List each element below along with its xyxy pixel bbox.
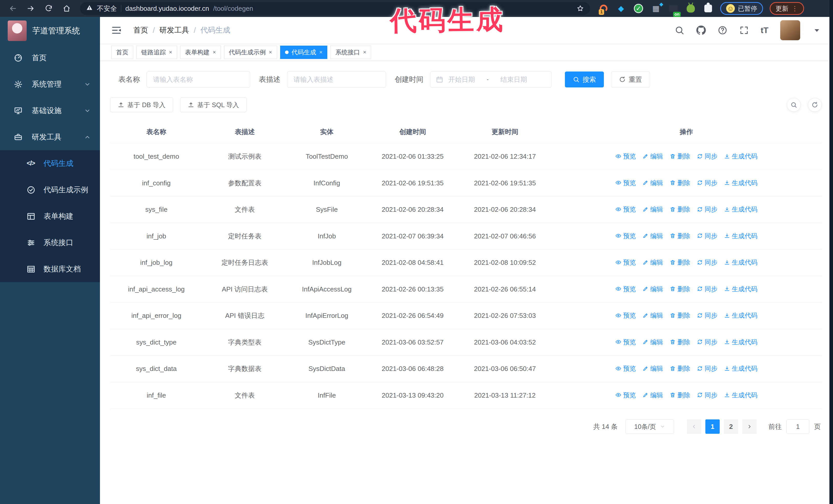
next-page-button[interactable] (742, 419, 757, 434)
sidebar-item-db-doc[interactable]: 数据库文档 (0, 256, 100, 282)
row-action-generate[interactable]: 生成代码 (724, 363, 757, 374)
reload-icon[interactable] (42, 1, 56, 16)
refresh-table-button[interactable] (808, 98, 822, 112)
row-action-sync[interactable]: 同步 (697, 151, 717, 161)
fullscreen-icon[interactable] (739, 25, 749, 35)
row-action-sync[interactable]: 同步 (697, 231, 717, 241)
row-action-preview[interactable]: 预览 (615, 231, 636, 241)
forward-icon[interactable] (24, 1, 38, 16)
row-action-preview[interactable]: 预览 (615, 390, 636, 400)
page-button-1[interactable]: 1 (705, 419, 720, 434)
bookmark-star-icon[interactable] (577, 5, 584, 12)
sidebar-item-form-builder[interactable]: 表单构建 (0, 203, 100, 230)
row-action-preview[interactable]: 预览 (615, 310, 636, 320)
row-action-edit[interactable]: 编辑 (643, 178, 663, 188)
row-action-edit[interactable]: 编辑 (643, 231, 663, 241)
close-tab-icon[interactable]: × (319, 49, 323, 56)
row-action-generate[interactable]: 生成代码 (724, 284, 757, 294)
user-avatar[interactable] (780, 20, 800, 40)
row-action-edit[interactable]: 编辑 (643, 204, 663, 214)
browser-menu-icon[interactable]: ⋮ (791, 5, 798, 13)
row-action-generate[interactable]: 生成代码 (724, 257, 757, 267)
row-action-edit[interactable]: 编辑 (643, 390, 663, 400)
row-action-delete[interactable]: 删除 (670, 178, 690, 188)
row-action-generate[interactable]: 生成代码 (724, 310, 757, 320)
row-action-delete[interactable]: 删除 (670, 337, 690, 347)
row-action-delete[interactable]: 删除 (670, 390, 690, 400)
extension-android-icon[interactable] (685, 3, 696, 14)
sidebar-item-home[interactable]: 首页 (0, 45, 100, 71)
row-action-edit[interactable]: 编辑 (643, 310, 663, 320)
search-icon[interactable] (674, 25, 684, 35)
row-action-sync[interactable]: 同步 (697, 178, 717, 188)
page-scrollbar[interactable] (829, 0, 833, 504)
prev-page-button[interactable] (687, 419, 701, 434)
breadcrumb-item[interactable]: 首页 (133, 25, 148, 35)
row-action-preview[interactable]: 预览 (615, 337, 636, 347)
extension-grid-icon[interactable]: ▦◆ (650, 3, 661, 14)
reset-button[interactable]: 重置 (611, 72, 650, 88)
row-action-sync[interactable]: 同步 (697, 390, 717, 400)
row-action-delete[interactable]: 删除 (670, 284, 690, 294)
row-action-delete[interactable]: 删除 (670, 257, 690, 267)
row-action-sync[interactable]: 同步 (697, 204, 717, 214)
tab-trace[interactable]: 链路追踪× (136, 46, 177, 59)
row-action-preview[interactable]: 预览 (615, 151, 636, 161)
row-action-sync[interactable]: 同步 (697, 363, 717, 374)
sidebar-item-codegen-example[interactable]: 代码生成示例 (0, 177, 100, 203)
row-action-edit[interactable]: 编辑 (643, 337, 663, 347)
extensions-puzzle-icon[interactable] (703, 3, 714, 14)
row-action-sync[interactable]: 同步 (697, 310, 717, 320)
tab-codegen[interactable]: 代码生成× (280, 46, 328, 59)
row-action-preview[interactable]: 预览 (615, 257, 636, 267)
back-icon[interactable] (6, 1, 20, 16)
extension-ring-icon[interactable]: 1 (598, 3, 609, 14)
row-action-delete[interactable]: 删除 (670, 231, 690, 241)
row-action-generate[interactable]: 生成代码 (724, 231, 757, 241)
close-tab-icon[interactable]: × (213, 49, 216, 56)
row-action-edit[interactable]: 编辑 (643, 284, 663, 294)
sidebar-item-codegen[interactable]: </>代码生成 (0, 150, 100, 177)
table-desc-input[interactable] (287, 71, 386, 88)
update-button[interactable]: 更新 ⋮ (770, 2, 804, 15)
sidebar-item-dev-tools[interactable]: 研发工具 (0, 124, 100, 150)
avatar-caret-icon[interactable] (812, 25, 822, 35)
close-tab-icon[interactable]: × (269, 49, 272, 56)
row-action-edit[interactable]: 编辑 (643, 257, 663, 267)
home-icon[interactable] (60, 1, 74, 16)
row-action-preview[interactable]: 预览 (615, 178, 636, 188)
import-db-button[interactable]: 基于 DB 导入 (110, 97, 173, 112)
profile-paused-badge[interactable]: ☺ 已暂停 (720, 2, 763, 15)
extension-diamond-icon[interactable]: ◆ (616, 3, 626, 14)
tab-codegen-example[interactable]: 代码生成示例× (224, 46, 277, 59)
github-icon[interactable] (696, 25, 706, 35)
row-action-delete[interactable]: 删除 (670, 204, 690, 214)
start-date-placeholder[interactable]: 开始日期 (448, 75, 475, 84)
import-sql-button[interactable]: 基于 SQL 导入 (180, 97, 246, 112)
table-name-input[interactable] (147, 71, 250, 88)
row-action-edit[interactable]: 编辑 (643, 363, 663, 374)
row-action-generate[interactable]: 生成代码 (724, 390, 757, 400)
row-action-sync[interactable]: 同步 (697, 257, 717, 267)
app-logo[interactable]: 芋道管理系统 (0, 17, 100, 45)
row-action-edit[interactable]: 编辑 (643, 151, 663, 161)
row-action-generate[interactable]: 生成代码 (724, 204, 757, 214)
search-button[interactable]: 搜索 (565, 72, 604, 88)
row-action-generate[interactable]: 生成代码 (724, 178, 757, 188)
row-action-preview[interactable]: 预览 (615, 284, 636, 294)
tab-system-api[interactable]: 系统接口× (330, 46, 371, 59)
extension-on-icon[interactable]: on (668, 3, 679, 14)
collapse-menu-icon[interactable] (111, 25, 121, 35)
font-size-icon[interactable]: tT (761, 26, 768, 35)
row-action-sync[interactable]: 同步 (697, 337, 717, 347)
row-action-preview[interactable]: 预览 (615, 204, 636, 214)
toggle-search-button[interactable] (787, 98, 801, 112)
goto-page-input[interactable] (786, 419, 809, 434)
close-tab-icon[interactable]: × (169, 49, 172, 56)
row-action-delete[interactable]: 删除 (670, 310, 690, 320)
row-action-generate[interactable]: 生成代码 (724, 337, 757, 347)
page-button-2[interactable]: 2 (724, 419, 738, 434)
address-bar[interactable]: 不安全 dashboard.yudao.iocoder.cn /tool/cod… (80, 2, 590, 15)
end-date-placeholder[interactable]: 结束日期 (500, 75, 527, 84)
page-size-select[interactable]: 10条/页 (625, 419, 674, 434)
